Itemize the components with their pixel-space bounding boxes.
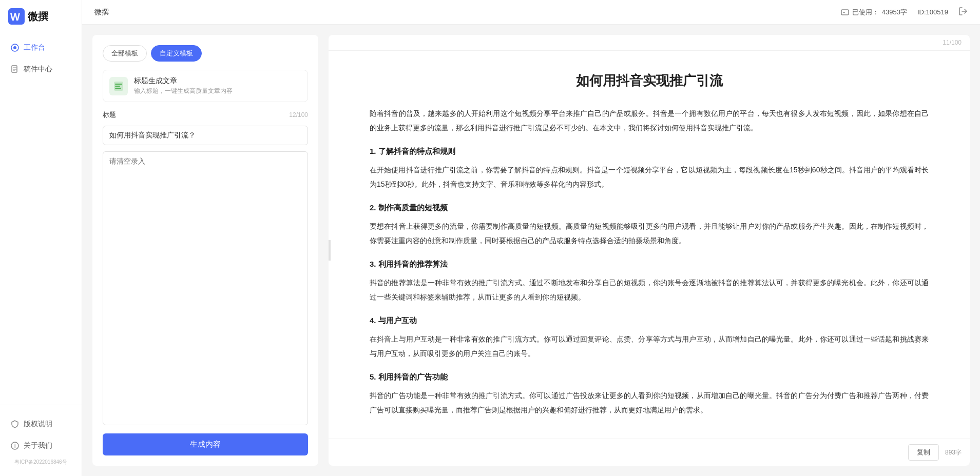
article-footer: 复制 893字 xyxy=(329,439,970,466)
usage-label: 已使用： xyxy=(852,8,879,17)
topbar-usage: 已使用： 43953字 xyxy=(841,8,907,17)
home-icon xyxy=(10,43,20,52)
info-icon: i xyxy=(10,441,20,450)
sidebar-item-workbench[interactable]: 工作台 xyxy=(0,37,82,58)
article-paragraph: 抖音的广告功能是一种非常有效的推广引流方式。你可以通过广告投放来让更多的人看到你… xyxy=(370,388,929,417)
left-panel: 全部模板 自定义模板 标题生成文章 输入标题，一键生成高质量文章内容 xyxy=(92,35,318,466)
sidebar-item-about[interactable]: i 关于我们 xyxy=(0,435,82,457)
article-header: 11/100 xyxy=(329,35,970,51)
sidebar-logo: W 微撰 xyxy=(0,0,82,33)
topbar-right: 已使用： 43953字 ID:100519 xyxy=(841,7,968,18)
template-desc: 输入标题，一键生成高质量文章内容 xyxy=(134,87,301,95)
main-container: 微撰 已使用： 43953字 ID:100519 xyxy=(82,0,980,476)
title-label-row: 标题 12/100 xyxy=(103,110,308,120)
collapse-handle[interactable] xyxy=(329,240,331,261)
usage-icon xyxy=(841,8,849,16)
article-section-title: 3. 利用抖音的推荐算法 xyxy=(370,258,929,270)
template-info: 标题生成文章 输入标题，一键生成高质量文章内容 xyxy=(134,76,301,95)
article-paragraph: 要想在抖音上获得更多的流量，你需要制作高质量的短视频。高质量的短视频能够吸引更多… xyxy=(370,219,929,248)
article-title: 如何用抖音实现推广引流 xyxy=(370,71,929,90)
tab-custom-templates[interactable]: 自定义模板 xyxy=(151,45,202,62)
title-count: 12/100 xyxy=(289,111,308,118)
svg-text:W: W xyxy=(10,11,20,23)
title-label: 标题 xyxy=(103,110,116,120)
sidebar-item-drafts[interactable]: 稿件中心 xyxy=(0,58,82,80)
icp-text: 粤ICP备2022016846号 xyxy=(0,457,82,468)
template-card[interactable]: 标题生成文章 输入标题，一键生成高质量文章内容 xyxy=(103,70,308,102)
article-section-title: 5. 利用抖音的广告功能 xyxy=(370,371,929,383)
workbench-label: 工作台 xyxy=(24,43,45,52)
template-name: 标题生成文章 xyxy=(134,76,301,86)
template-card-icon xyxy=(109,77,128,95)
logo-icon: W xyxy=(8,8,25,25)
logout-button[interactable] xyxy=(958,7,968,18)
article-paragraph: 随着抖音的普及，越来越多的人开始利用这个短视频分享平台来推广自己的产品或服务。抖… xyxy=(370,106,929,135)
article-section-title: 1. 了解抖音的特点和规则 xyxy=(370,145,929,157)
article-content: 随着抖音的普及，越来越多的人开始利用这个短视频分享平台来推广自己的产品或服务。抖… xyxy=(370,106,929,417)
svg-point-3 xyxy=(13,46,16,49)
app-name: 微撰 xyxy=(28,10,48,24)
sidebar-item-copyright[interactable]: 版权说明 xyxy=(0,413,82,435)
sidebar: W 微撰 工作台 稿件中心 xyxy=(0,0,82,476)
form-section: 标题 12/100 xyxy=(103,110,308,425)
drafts-label: 稿件中心 xyxy=(24,65,52,74)
file-icon xyxy=(10,65,20,74)
article-section-title: 4. 与用户互动 xyxy=(370,314,929,327)
article-paragraph: 在抖音上与用户互动是一种非常有效的推广引流方式。你可以通过回复评论、点赞、分享等… xyxy=(370,332,929,361)
sidebar-footer: 版权说明 i 关于我们 粤ICP备2022016846号 xyxy=(0,405,82,476)
content-textarea[interactable] xyxy=(103,151,308,425)
svg-text:i: i xyxy=(14,444,16,449)
word-count: 893字 xyxy=(945,448,962,457)
topbar-id: ID:100519 xyxy=(917,8,948,16)
page-info: 11/100 xyxy=(943,39,962,46)
sidebar-nav: 工作台 稿件中心 xyxy=(0,33,82,405)
topbar: 微撰 已使用： 43953字 ID:100519 xyxy=(82,0,980,25)
shield-icon xyxy=(10,420,20,429)
tab-all-templates[interactable]: 全部模板 xyxy=(103,45,147,62)
copyright-label: 版权说明 xyxy=(24,420,52,429)
article-section-title: 2. 制作高质量的短视频 xyxy=(370,202,929,214)
topbar-title: 微撰 xyxy=(94,8,109,17)
article-body[interactable]: 如何用抖音实现推广引流 随着抖音的普及，越来越多的人开始利用这个短视频分享平台来… xyxy=(329,51,970,439)
usage-value: 43953字 xyxy=(882,8,907,17)
about-label: 关于我们 xyxy=(24,441,52,450)
right-panel: 11/100 如何用抖音实现推广引流 随着抖音的普及，越来越多的人开始利用这个短… xyxy=(329,35,970,466)
article-paragraph: 在开始使用抖音进行推广引流之前，你需要了解抖音的特点和规则。抖音是一个短视频分享… xyxy=(370,163,929,191)
title-input[interactable] xyxy=(103,126,308,145)
template-tabs: 全部模板 自定义模板 xyxy=(103,45,308,62)
copy-button[interactable]: 复制 xyxy=(908,444,939,461)
content-area: 全部模板 自定义模板 标题生成文章 输入标题，一键生成高质量文章内容 xyxy=(82,25,980,476)
article-paragraph: 抖音的推荐算法是一种非常有效的推广引流方式。通过不断地发布和分享自己的短视频，你… xyxy=(370,275,929,304)
generate-button[interactable]: 生成内容 xyxy=(103,433,308,455)
